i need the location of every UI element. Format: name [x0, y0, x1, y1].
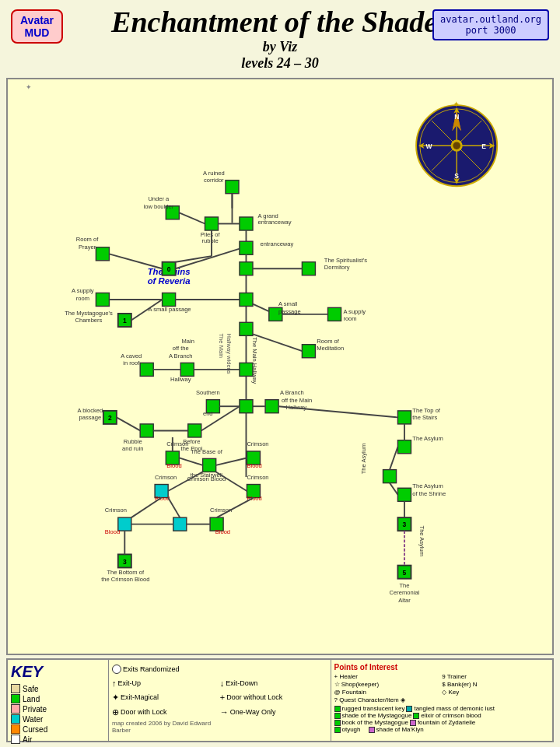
- svg-rect-151: [397, 488, 411, 501]
- legend-door-lock: ⊕Door with Lock: [112, 705, 219, 719]
- svg-text:of Reveria: of Reveria: [148, 276, 191, 286]
- svg-rect-86: [140, 363, 153, 376]
- svg-rect-34: [240, 217, 253, 230]
- svg-text:Dormitory: Dormitory: [324, 264, 350, 271]
- svg-text:off the Main: off the Main: [282, 396, 312, 403]
- svg-text:✦: ✦: [26, 82, 32, 91]
- poi-trainer: 9 Trainer: [442, 673, 549, 680]
- svg-text:A ruined: A ruined: [203, 170, 225, 177]
- svg-text:room: room: [76, 295, 89, 302]
- legend-exit-down: ↓Exit-Down: [220, 677, 327, 690]
- svg-text:0: 0: [167, 265, 171, 273]
- svg-text:low boulder: low boulder: [143, 202, 173, 209]
- svg-rect-22: [226, 180, 239, 193]
- legend-exit-up: ↑Exit-Up: [112, 677, 219, 690]
- avatar-badge: Avatar MUD: [11, 9, 63, 44]
- svg-text:Altar: Altar: [398, 597, 411, 604]
- svg-text:5: 5: [403, 569, 407, 577]
- legend-cursed: Cursed: [11, 724, 105, 734]
- svg-rect-79: [240, 322, 253, 335]
- poi-healer: + Healer: [334, 673, 442, 680]
- svg-rect-41: [96, 247, 109, 261]
- svg-text:2: 2: [108, 414, 112, 422]
- svg-text:Main: Main: [181, 338, 194, 345]
- svg-text:The Base of: The Base of: [191, 448, 223, 455]
- svg-text:room: room: [343, 315, 356, 322]
- svg-text:3: 3: [403, 521, 407, 528]
- svg-text:The Asylum: The Asylum: [412, 482, 443, 489]
- legend-door-no-lock: +Door without Lock: [220, 691, 327, 705]
- sub-title-levels: levels 24 – 30: [3, 55, 557, 72]
- svg-text:entranceway: entranceway: [258, 219, 292, 226]
- svg-text:A small: A small: [278, 300, 298, 307]
- svg-rect-155: [118, 517, 131, 531]
- map-container: ✦ ✦: [6, 78, 554, 655]
- svg-text:Room of: Room of: [317, 338, 339, 345]
- svg-text:off the: off the: [173, 345, 189, 352]
- svg-text:Rubble: Rubble: [124, 437, 142, 444]
- poi-otyugh: otyugh shade of Ma'Klyn: [334, 726, 550, 733]
- poi-shop: ☆ Shop(keeper): [334, 681, 442, 688]
- svg-text:Blood: Blood: [247, 495, 261, 502]
- svg-rect-136: [397, 440, 411, 454]
- svg-text:corridor: corridor: [204, 177, 224, 184]
- svg-text:A caved: A caved: [121, 352, 142, 359]
- svg-rect-131: [203, 458, 216, 472]
- svg-rect-96: [240, 363, 253, 376]
- svg-text:Room of: Room of: [76, 236, 99, 243]
- svg-rect-38: [240, 241, 253, 254]
- svg-text:The Top of: The Top of: [412, 407, 440, 414]
- poi-quest: ? Quest Character/Item ◈: [334, 696, 550, 703]
- svg-text:Crimson: Crimson: [166, 440, 188, 447]
- legend-key: KEY Safe Land Private Water Cursed: [8, 660, 109, 741]
- svg-text:The Main Hallway: The Main Hallway: [251, 337, 258, 384]
- svg-text:in roof: in roof: [123, 359, 140, 366]
- poi-title: Points of Interest: [334, 663, 550, 672]
- svg-text:The Asylum: The Asylum: [412, 435, 443, 442]
- sub-title-by: by Viz: [3, 39, 557, 55]
- map-svg: ✦ ✦: [8, 79, 552, 654]
- svg-text:Blood: Blood: [215, 528, 230, 535]
- page-wrapper: Avatar MUD Enchantment of the Shades by …: [0, 0, 560, 747]
- svg-text:entranceway: entranceway: [260, 240, 293, 247]
- svg-rect-158: [173, 517, 187, 531]
- svg-text:the Crimson Blood: the Crimson Blood: [101, 576, 149, 583]
- svg-text:Southern: Southern: [196, 389, 220, 396]
- svg-text:A blocked: A blocked: [77, 407, 103, 414]
- svg-text:and ruin: and ruin: [122, 445, 143, 452]
- svg-text:A Branch: A Branch: [169, 352, 193, 359]
- legend: KEY Safe Land Private Water Cursed: [6, 658, 554, 742]
- svg-text:Under a: Under a: [148, 195, 170, 202]
- legend-poi: Points of Interest + Healer 9 Trainer ☆ …: [331, 660, 553, 741]
- server-badge: avatar.outland.org port 3000: [432, 9, 549, 40]
- svg-text:the Stairs: the Stairs: [412, 414, 437, 421]
- svg-rect-111: [140, 424, 153, 437]
- svg-text:end: end: [203, 409, 213, 416]
- svg-text:Prayer: Prayer: [79, 243, 96, 250]
- svg-text:A supply: A supply: [72, 287, 94, 294]
- svg-rect-148: [383, 469, 396, 482]
- svg-text:W: W: [425, 142, 432, 150]
- svg-rect-106: [240, 399, 253, 412]
- svg-text:Blood: Blood: [166, 462, 181, 469]
- svg-text:passage: passage: [79, 414, 102, 421]
- svg-rect-30: [205, 217, 218, 230]
- svg-text:of the Shrine: of the Shrine: [412, 490, 446, 497]
- svg-text:3: 3: [123, 558, 127, 566]
- svg-text:Meditation: Meditation: [317, 345, 344, 352]
- poi-fountain: @ Fountain: [334, 689, 442, 696]
- svg-rect-114: [188, 424, 201, 437]
- legend-exit-magical: ✦Exit-Magical: [112, 691, 219, 705]
- svg-text:E: E: [481, 142, 486, 150]
- legend-private: Private: [11, 704, 105, 714]
- poi-bank: $ Bank(er) N: [442, 681, 549, 688]
- legend-safe: Safe: [11, 684, 105, 693]
- svg-text:Crimson: Crimson: [247, 440, 268, 447]
- svg-text:Blood: Blood: [247, 462, 261, 469]
- svg-text:Chambers: Chambers: [75, 317, 102, 324]
- legend-one-way: →One-Way Only: [220, 705, 327, 719]
- svg-text:Blood: Blood: [105, 528, 120, 535]
- svg-text:Crimson: Crimson: [105, 507, 127, 514]
- legend-water: Water: [11, 714, 105, 724]
- svg-text:The Bottom of: The Bottom of: [107, 569, 145, 576]
